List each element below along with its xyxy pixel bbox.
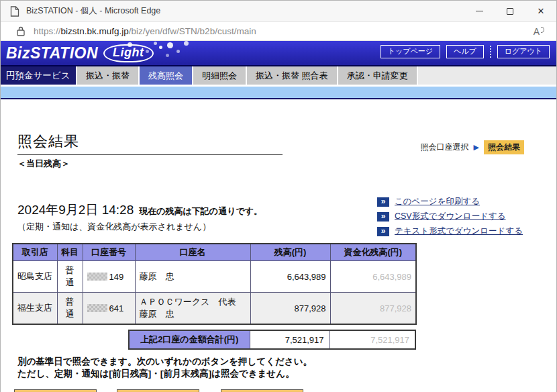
datetime-note: 現在の残高は下記の通りです。 <box>139 205 262 217</box>
nav-filler <box>418 66 556 85</box>
cell-account-name: 藤原 忠 <box>135 261 250 293</box>
breadcrumb-arrow-icon: ▶ <box>474 143 479 152</box>
cell-available-balance: 6,643,989 <box>330 261 416 293</box>
footer-note-line1: 別の基準日で照会できます。次のいずれかのボタンを押してください。 <box>17 356 556 368</box>
date-option-buttons: 当日残高 前日残高 前月末残高 <box>14 389 556 392</box>
read-aloud-wave-icon <box>541 27 544 33</box>
double-chevron-icon: » <box>377 212 389 222</box>
site-header: BizSTATION Light トップページ ヘルプ ログアウト <box>1 41 556 66</box>
top-page-button[interactable]: トップページ <box>381 45 440 58</box>
header-account-type: 科目 <box>57 244 83 261</box>
tab-shonin-shinsei[interactable]: 承認・申請変更 <box>338 66 417 85</box>
breadcrumb-step-account-select: 照会口座選択 <box>421 142 469 153</box>
minimize-icon <box>476 11 483 11</box>
total-table: 上記2口座の金額合計(円) 7,521,917 7,521,917 <box>128 330 416 350</box>
header-account-name: 口座名 <box>135 244 250 261</box>
footer-note-line2: ただし、定期・通知は[前日残高]・[前月末残高]は照会できません。 <box>17 368 556 380</box>
url-domain: bizstn.bk.mufg.jp <box>61 26 129 36</box>
print-link-row: » このページを印刷する <box>377 196 523 207</box>
logo-bubbles-decoration <box>159 46 162 49</box>
breadcrumb: 照会口座選択 ▶ 照会結果 <box>421 140 524 154</box>
header-separator <box>490 46 491 58</box>
double-chevron-icon: » <box>377 227 389 236</box>
tab-furikomi-furikae[interactable]: 振込・振替 <box>77 66 138 85</box>
header-branch: 取引店 <box>13 244 57 261</box>
cell-account-name: ＡＰＯＣワークス 代表 藤原 忠 <box>135 293 250 325</box>
cell-account-number: 641 <box>83 293 135 325</box>
read-aloud-icon: A <box>534 26 540 37</box>
current-day-balance-box: 当日残高 <box>14 389 97 392</box>
visible-digits: 641 <box>109 303 124 313</box>
cell-account-type: 普通 <box>57 261 83 293</box>
balance-table: 取引店 科目 口座番号 口座名 残高(円) 資金化残高(円) 昭島支店 普通 1… <box>12 243 417 325</box>
masked-digits <box>87 304 107 312</box>
header-available-balance: 資金化残高(円) <box>330 244 416 261</box>
double-chevron-icon: » <box>377 197 389 207</box>
titlebar: BizSTATION - 個人 - Microsoft Edge ✕ <box>1 1 556 22</box>
minimize-button[interactable] <box>464 1 495 21</box>
logo-text: BizSTATION <box>6 44 98 62</box>
tab-shogohyo[interactable]: 振込・振替 照合表 <box>247 66 337 85</box>
masked-digits <box>87 273 107 281</box>
page-title: 照会結果 <box>17 132 283 155</box>
table-row: 福生支店 普通 641 ＡＰＯＣワークス 代表 藤原 忠 877,928 877… <box>13 293 416 325</box>
tab-zandaka-shokai[interactable]: 残高照会 <box>140 66 192 85</box>
total-row: 上記2口座の金額合計(円) 7,521,917 7,521,917 <box>129 330 415 349</box>
window-controls: ✕ <box>464 1 556 21</box>
maximize-button[interactable] <box>495 1 525 21</box>
close-button[interactable]: ✕ <box>525 1 556 21</box>
help-button[interactable]: ヘルプ <box>446 45 484 58</box>
read-aloud-button[interactable]: A <box>534 26 544 37</box>
total-balance: 7,521,917 <box>250 330 330 349</box>
cell-account-type: 普通 <box>57 293 83 325</box>
lock-icon[interactable] <box>17 26 25 36</box>
logout-button[interactable]: ログアウト <box>497 45 550 58</box>
total-label: 上記2口座の金額合計(円) <box>129 330 250 349</box>
logo-light-cloud: Light <box>103 44 153 62</box>
cell-balance: 6,643,989 <box>250 261 330 293</box>
header-buttons: トップページ ヘルプ ログアウト <box>381 45 550 58</box>
text-download-link[interactable]: テキスト形式でダウンロードする <box>395 226 523 237</box>
visible-digits: 149 <box>109 272 124 282</box>
cell-branch: 昭島支店 <box>13 261 57 293</box>
breadcrumb-step-result: 照会結果 <box>484 140 524 154</box>
maximize-icon <box>507 8 513 15</box>
url-scheme: https:// <box>34 26 61 36</box>
cell-balance: 877,928 <box>250 293 330 325</box>
query-datetime: 2024年9月2日 14:28 <box>17 201 134 219</box>
sub-header-strip <box>1 87 556 99</box>
page-icon <box>10 6 19 17</box>
url-text[interactable]: https://bizstn.bk.mufg.jp/biz/yen/dfw/ST… <box>34 26 256 36</box>
total-available-balance: 7,521,917 <box>330 330 415 349</box>
csv-link-row: » CSV形式でダウンロードする <box>377 211 523 222</box>
service-label: 円預金サービス <box>1 66 76 85</box>
tab-meisai-shokai[interactable]: 明細照会 <box>193 66 246 85</box>
balance-type-subtitle: ＜当日残高＞ <box>17 158 556 170</box>
previous-day-balance-box: 前日残高 <box>117 389 199 392</box>
previous-month-end-balance-box: 前月末残高 <box>221 389 303 392</box>
footer-notes: 別の基準日で照会できます。次のいずれかのボタンを押してください。 ただし、定期・… <box>17 356 556 379</box>
header-balance: 残高(円) <box>250 244 330 261</box>
url-path: /biz/yen/dfw/STN/b2b/cust/main <box>129 26 256 36</box>
browser-window: BizSTATION - 個人 - Microsoft Edge ✕ https… <box>0 0 557 392</box>
table-row: 昭島支店 普通 149 藤原 忠 6,643,989 6,643,989 <box>13 261 416 293</box>
print-page-link[interactable]: このページを印刷する <box>395 196 480 207</box>
cell-account-number: 149 <box>83 261 135 293</box>
window-title: BizSTATION - 個人 - Microsoft Edge <box>26 5 160 17</box>
address-bar[interactable]: https://bizstn.bk.mufg.jp/biz/yen/dfw/ST… <box>1 22 556 41</box>
text-link-row: » テキスト形式でダウンロードする <box>377 226 523 237</box>
bizstation-logo: BizSTATION Light <box>6 44 154 62</box>
table-header-row: 取引店 科目 口座番号 口座名 残高(円) 資金化残高(円) <box>13 244 416 261</box>
cell-available-balance: 877,928 <box>330 293 416 325</box>
action-links: » このページを印刷する » CSV形式でダウンロードする » テキスト形式でダ… <box>377 196 523 240</box>
csv-download-link[interactable]: CSV形式でダウンロードする <box>395 211 506 222</box>
page-content: 照会口座選択 ▶ 照会結果 照会結果 ＜当日残高＞ » このページを印刷する »… <box>1 132 556 392</box>
header-account-number: 口座番号 <box>83 244 135 261</box>
cell-branch: 福生支店 <box>13 293 57 325</box>
main-navigation: 円預金サービス 振込・振替 残高照会 明細照会 振込・振替 照合表 承認・申請変… <box>1 66 556 85</box>
